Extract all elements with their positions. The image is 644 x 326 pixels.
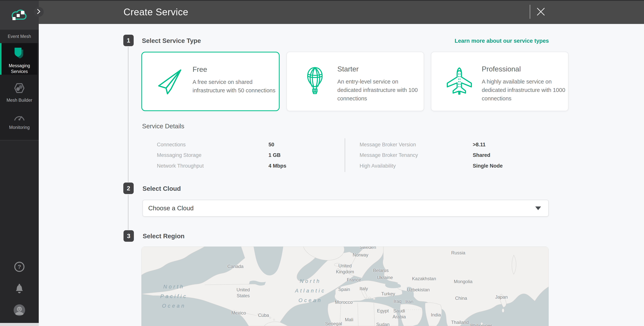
notifications-button[interactable] (14, 283, 25, 295)
card-description: A free service on shared infrastructure … (192, 78, 279, 95)
step-1-badge: 1 (123, 35, 134, 46)
help-button[interactable]: ? (14, 261, 25, 273)
map-country-label: Philippines (470, 323, 492, 326)
shield-icon (14, 47, 25, 61)
map-country-label: Mali (345, 317, 353, 323)
map-country-label: Canada (228, 263, 244, 269)
service-type-card-starter[interactable]: Starter An entry-level service on dedica… (286, 52, 424, 111)
card-title: Starter (337, 65, 424, 73)
details-divider (345, 138, 345, 172)
cloud-dropdown[interactable]: Choose a Cloud (142, 200, 549, 217)
cloud-dropdown-value: Choose a Cloud (148, 205, 194, 212)
sidebar-item-label: Messaging Services (5, 63, 34, 74)
map-country-label: Italy (360, 286, 368, 292)
paper-plane-icon (142, 67, 192, 96)
detail-value: >8.11 (473, 142, 486, 148)
learn-more-link[interactable]: Learn more about our service types (454, 38, 549, 44)
page-bottom-strip (0, 323, 39, 326)
detail-value: 50 (268, 142, 274, 148)
card-description: A highly available service on dedicated … (482, 77, 568, 103)
detail-value: Shared (473, 152, 490, 158)
app-logo (0, 0, 39, 30)
step-connector (128, 47, 128, 182)
hexagon-mesh-icon (14, 83, 25, 95)
sidebar-expand-button[interactable] (34, 7, 44, 17)
step-number: 1 (127, 37, 130, 44)
map-country-label: India (431, 312, 441, 318)
map-country-label: Japan (495, 294, 508, 300)
sidebar-item-messaging-services[interactable]: Messaging Services (0, 43, 37, 75)
detail-label: Message Broker Version (360, 142, 416, 148)
bell-icon (14, 291, 25, 294)
svg-text:?: ? (18, 264, 21, 270)
card-description: An entry-level service on dedicated infr… (337, 77, 424, 103)
card-text: Starter An entry-level service on dedica… (337, 52, 424, 103)
detail-label: Messaging Storage (157, 152, 202, 158)
sidebar-item-monitoring[interactable]: Monitoring (0, 112, 39, 130)
map-country-label: Morocco (335, 299, 353, 305)
help-icon: ? (14, 270, 25, 273)
sidebar-item-mesh-builder[interactable]: Mesh Builder (0, 83, 39, 103)
map-labels: RussiaCanadaNorwaySwedenUnited KingdomBe… (141, 247, 549, 326)
step-number: 2 (127, 185, 130, 192)
cloud-logo-icon (10, 7, 29, 23)
detail-label: High Availability (360, 163, 396, 169)
avatar-icon (14, 313, 25, 317)
step-2-title: Select Cloud (142, 185, 181, 192)
map-country-label: Senegal (325, 321, 342, 326)
map-country-label: Kazakhstan (412, 276, 436, 282)
detail-label: Network Throughput (157, 163, 204, 169)
detail-value: 4 Mbps (268, 163, 286, 169)
step-2-badge: 2 (123, 182, 134, 194)
step-connector (128, 195, 128, 230)
map-country-label: Belarus (373, 267, 388, 273)
step-3-badge: 3 (124, 230, 134, 242)
map-country-label: Saudi Arabia (392, 308, 406, 320)
airplane-icon (431, 67, 482, 96)
service-type-cards: Free A free service on shared infrastruc… (141, 52, 549, 111)
sidebar-item-event-mesh[interactable]: Event Mesh (0, 30, 39, 43)
hot-air-balloon-icon (287, 67, 337, 96)
map-country-label: Ukraine (377, 275, 393, 280)
map-country-label: Mexico (232, 310, 246, 316)
region-map[interactable]: RussiaCanadaNorwaySwedenUnited KingdomBe… (141, 247, 549, 326)
map-country-label: France (347, 277, 361, 283)
card-title: Free (192, 65, 279, 74)
sidebar-item-label: Mesh Builder (6, 98, 32, 103)
map-country-label: Thailand (451, 320, 469, 326)
service-type-card-professional[interactable]: Professional A highly available service … (431, 52, 568, 111)
service-details-title: Service Details (142, 123, 184, 130)
map-country-label: United Kingdom (336, 263, 354, 275)
map-country-label: Sudan (376, 322, 390, 326)
detail-value: 1 GB (268, 152, 280, 158)
step-3-title: Select Region (143, 233, 184, 240)
map-country-label: Iraq (394, 299, 402, 304)
map-country-label: Norway (353, 252, 368, 258)
map-country-label: Turkey (381, 291, 395, 297)
sidebar-bottom-section (0, 140, 39, 323)
caret-down-icon (535, 206, 541, 210)
modal-header: Create Service (39, 0, 644, 24)
service-type-card-free[interactable]: Free A free service on shared infrastruc… (141, 52, 280, 111)
map-country-label: United States (236, 287, 250, 299)
close-icon (536, 7, 545, 17)
detail-value: Single Node (473, 163, 503, 169)
map-country-label: Uzbekistan (407, 287, 430, 293)
detail-label: Message Broker Tenancy (360, 152, 418, 158)
card-text: Free A free service on shared infrastruc… (192, 52, 279, 95)
map-country-label: Spain (338, 287, 350, 293)
sidebar: Event Mesh Messaging Services Mesh Build… (0, 0, 39, 323)
sidebar-item-label: Monitoring (9, 125, 30, 130)
step-number: 3 (127, 233, 130, 240)
map-country-label: Russia (451, 250, 465, 256)
map-country-label: Egypt (377, 308, 389, 314)
account-button[interactable] (14, 304, 25, 317)
card-title: Professional (482, 65, 568, 73)
create-service-page: Event Mesh Messaging Services Mesh Build… (0, 0, 644, 326)
map-ocean-label: North Atlantic Ocean (295, 277, 326, 305)
close-button[interactable] (534, 5, 548, 19)
map-ocean-label: North Pacific Ocean (160, 282, 188, 311)
header-divider (530, 5, 530, 19)
chevron-right-icon (36, 9, 41, 15)
window-top-edge (0, 0, 644, 1)
